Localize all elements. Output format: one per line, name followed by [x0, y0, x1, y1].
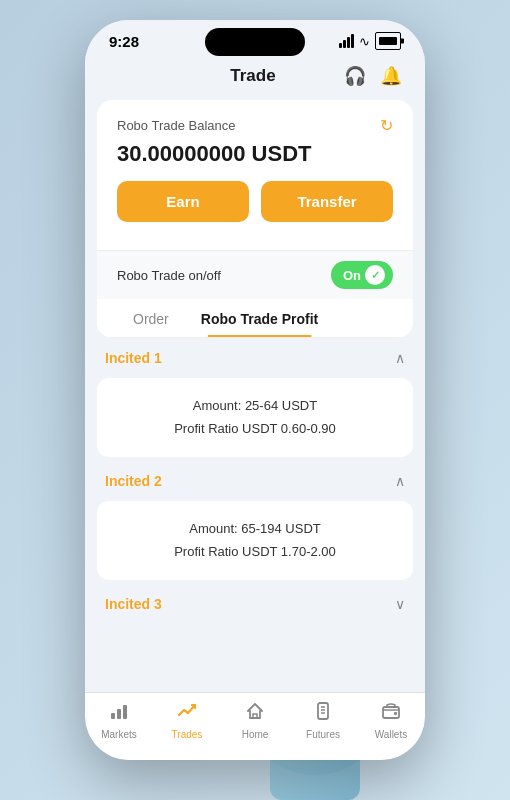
- incited-section-2: Incited 2 ∧ Amount: 65-194 USDT Profit R…: [85, 461, 425, 580]
- wallets-label: Wallets: [375, 729, 407, 740]
- nav-item-markets[interactable]: Markets: [91, 701, 147, 740]
- scroll-content: Incited 1 ∧ Amount: 25-64 USDT Profit Ra…: [85, 338, 425, 638]
- toggle-row[interactable]: Robo Trade on/off On ✓: [97, 250, 413, 299]
- incited-1-card: Amount: 25-64 USDT Profit Ratio USDT 0.6…: [97, 378, 413, 457]
- page-title: Trade: [165, 66, 341, 86]
- tabs-row: Order Robo Trade Profit: [97, 299, 413, 338]
- svg-rect-12: [117, 709, 121, 719]
- bottom-nav: Markets Trades: [85, 692, 425, 760]
- tab-order[interactable]: Order: [117, 299, 185, 337]
- svg-rect-20: [394, 712, 397, 715]
- transfer-button[interactable]: Transfer: [261, 181, 393, 222]
- svg-rect-15: [318, 703, 328, 719]
- balance-section: Robo Trade Balance ↻ 30.00000000 USDT Ea…: [97, 100, 413, 250]
- trades-icon: [177, 701, 197, 726]
- bell-icon[interactable]: 🔔: [377, 62, 405, 90]
- incited-2-line1: Amount: 65-194 USDT: [117, 517, 393, 540]
- incited-1-line1: Amount: 25-64 USDT: [117, 394, 393, 417]
- svg-rect-14: [253, 714, 257, 718]
- incited-1-chevron: ∧: [395, 350, 405, 366]
- refresh-icon[interactable]: ↻: [380, 116, 393, 135]
- incited-1-line2: Profit Ratio USDT 0.60-0.90: [117, 417, 393, 440]
- incited-section-3-partial: Incited 3 ∨: [85, 584, 425, 624]
- svg-rect-13: [123, 705, 127, 719]
- nav-item-home[interactable]: Home: [227, 701, 283, 740]
- status-icons: ∿: [339, 32, 401, 50]
- toggle-check-icon: ✓: [365, 265, 385, 285]
- main-card: Robo Trade Balance ↻ 30.00000000 USDT Ea…: [97, 100, 413, 338]
- header: Trade 🎧 🔔: [85, 54, 425, 100]
- toggle-state: On: [343, 268, 361, 283]
- incited-2-chevron: ∧: [395, 473, 405, 489]
- markets-icon: [109, 701, 129, 726]
- status-time: 9:28: [109, 33, 139, 50]
- signal-icon: [339, 34, 354, 48]
- tab-robo-trade-profit[interactable]: Robo Trade Profit: [185, 299, 334, 337]
- incited-2-header[interactable]: Incited 2 ∧: [85, 461, 425, 501]
- dynamic-island: [205, 28, 305, 56]
- support-icon[interactable]: 🎧: [341, 62, 369, 90]
- home-icon: [245, 701, 265, 726]
- incited-3-chevron: ∨: [395, 596, 405, 612]
- battery-icon: [375, 32, 401, 50]
- incited-3-header[interactable]: Incited 3 ∨: [85, 584, 425, 624]
- action-buttons: Earn Transfer: [117, 181, 393, 222]
- nav-item-futures[interactable]: Futures: [295, 701, 351, 740]
- futures-icon: [313, 701, 333, 726]
- incited-1-title: Incited 1: [105, 350, 162, 366]
- futures-label: Futures: [306, 729, 340, 740]
- incited-2-title: Incited 2: [105, 473, 162, 489]
- toggle-label: Robo Trade on/off: [117, 268, 221, 283]
- incited-1-header[interactable]: Incited 1 ∧: [85, 338, 425, 378]
- svg-rect-11: [111, 713, 115, 719]
- wifi-icon: ∿: [359, 34, 370, 49]
- earn-button[interactable]: Earn: [117, 181, 249, 222]
- toggle-switch[interactable]: On ✓: [331, 261, 393, 289]
- nav-item-wallets[interactable]: Wallets: [363, 701, 419, 740]
- balance-amount: 30.00000000 USDT: [117, 141, 393, 167]
- incited-2-line2: Profit Ratio USDT 1.70-2.00: [117, 540, 393, 563]
- trades-label: Trades: [172, 729, 203, 740]
- nav-item-trades[interactable]: Trades: [159, 701, 215, 740]
- wallets-icon: [381, 701, 401, 726]
- incited-3-title: Incited 3: [105, 596, 162, 612]
- markets-label: Markets: [101, 729, 137, 740]
- home-label: Home: [242, 729, 269, 740]
- incited-section-1: Incited 1 ∧ Amount: 25-64 USDT Profit Ra…: [85, 338, 425, 457]
- incited-2-card: Amount: 65-194 USDT Profit Ratio USDT 1.…: [97, 501, 413, 580]
- balance-label: Robo Trade Balance: [117, 118, 236, 133]
